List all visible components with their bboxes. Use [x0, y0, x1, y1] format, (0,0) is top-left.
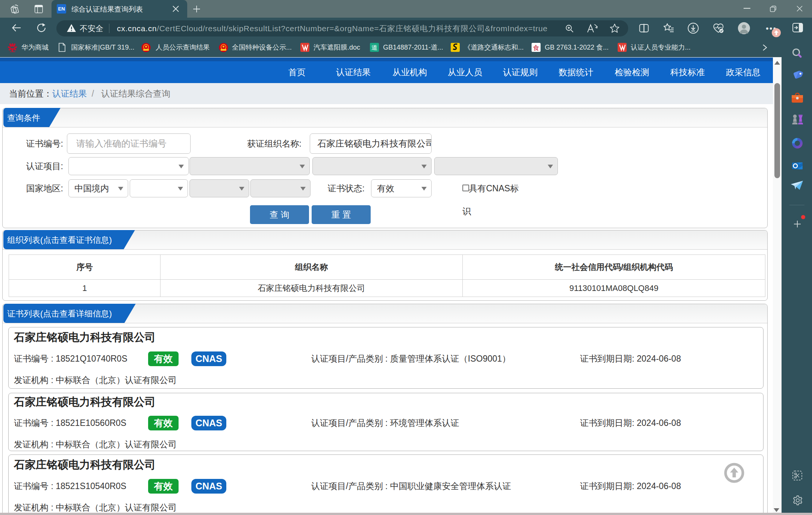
svg-text:食: 食: [533, 44, 539, 52]
svg-text:HUAWEI: HUAWEI: [10, 51, 15, 53]
svg-text:道: 道: [371, 44, 377, 51]
